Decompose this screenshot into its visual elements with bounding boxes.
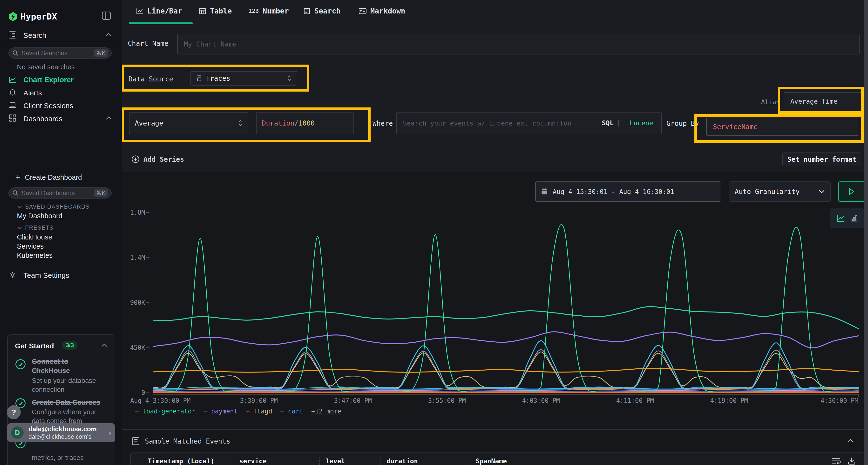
- field-expression-input[interactable]: Duration/1000: [256, 112, 354, 134]
- where-input[interactable]: [396, 112, 662, 134]
- column-header-timestamp[interactable]: Timestamp (Local): [148, 457, 234, 465]
- get-started-item-subtitle-line: metrics, or traces: [32, 453, 84, 462]
- tab-number[interactable]: 123 Number: [248, 7, 289, 15]
- help-button[interactable]: ?: [7, 405, 21, 419]
- divider: [122, 102, 760, 102]
- column-separator[interactable]: [234, 457, 235, 465]
- chart-name-input[interactable]: [177, 34, 860, 55]
- column-header-service[interactable]: service: [239, 457, 319, 465]
- traces-source-icon: [196, 75, 202, 81]
- saved-searches-placeholder: Saved Searches: [22, 49, 94, 57]
- kbd-shortcut: ⌘K: [94, 189, 108, 197]
- saved-searches-input[interactable]: Saved Searches ⌘K: [8, 47, 112, 59]
- saved-dashboards-placeholder: Saved Dashboards: [22, 189, 94, 197]
- user-org: dale@clickhouse.com's: [28, 433, 97, 440]
- chevron-up-icon[interactable]: [105, 33, 112, 37]
- select-chevrons-icon: [287, 75, 291, 82]
- chevron-up-icon[interactable]: [101, 343, 107, 347]
- lucene-mode-toggle[interactable]: Lucene: [629, 119, 653, 127]
- tab-table[interactable]: Table: [199, 7, 232, 15]
- series-cart: [153, 341, 858, 389]
- chevron-down-icon: [17, 205, 22, 209]
- aggregation-value: Average: [135, 119, 163, 127]
- date-range-picker[interactable]: Aug 4 15:30:01 - Aug 4 16:30:01: [535, 181, 721, 202]
- series-payment: [153, 332, 858, 348]
- sidebar-item-clickhouse[interactable]: ClickHouse: [17, 233, 52, 241]
- x-tick-label: Aug 4 3:30:00 PM: [130, 397, 190, 404]
- sample-events-header[interactable]: Sample Matched Events: [131, 437, 230, 446]
- sidebar-item-client-sessions[interactable]: Client Sessions: [23, 102, 73, 110]
- column-separator[interactable]: [380, 457, 381, 465]
- y-tick-label: 1.8M: [130, 209, 145, 216]
- chevron-right-icon: ›: [109, 428, 112, 437]
- tab-markdown[interactable]: Markdown: [359, 7, 405, 15]
- column-separator[interactable]: [467, 457, 467, 465]
- get-started-item-title[interactable]: Create Data Sources: [32, 398, 109, 407]
- doc-list-icon: [131, 437, 140, 446]
- get-started-item-title[interactable]: Connect to ClickHouse: [32, 357, 102, 375]
- set-number-format-button[interactable]: Set number format: [782, 153, 861, 166]
- data-source-select[interactable]: Traces: [190, 71, 297, 86]
- column-header-duration[interactable]: duration: [386, 457, 467, 465]
- y-tick-label: 900K: [130, 299, 145, 306]
- tab-search[interactable]: Search: [303, 7, 340, 15]
- sidebar-item-alerts[interactable]: Alerts: [23, 89, 42, 97]
- sidebar-item-kubernetes[interactable]: Kubernetes: [17, 252, 53, 260]
- number-123-icon: 123: [248, 8, 259, 14]
- add-series-button[interactable]: Add Series: [131, 155, 184, 163]
- sql-mode-toggle[interactable]: SQL: [602, 119, 614, 127]
- tab-line-bar[interactable]: Line/Bar: [136, 7, 182, 15]
- tabs-underline: [122, 24, 864, 24]
- chevron-up-icon[interactable]: [105, 116, 112, 120]
- legend-item-load-generator[interactable]: — load-generator: [135, 408, 195, 415]
- legend-item-flagd[interactable]: — flagd: [246, 408, 272, 415]
- page-scrollbar[interactable]: [864, 0, 868, 465]
- column-header-level[interactable]: level: [326, 457, 380, 465]
- aggregation-select[interactable]: Average: [129, 112, 248, 134]
- legend-more-link[interactable]: +12 more: [311, 408, 341, 415]
- table-grid-icon: [199, 8, 206, 14]
- series-orange: [153, 368, 858, 372]
- data-source-label: Data Source: [128, 75, 173, 83]
- divider: [122, 429, 864, 430]
- sidebar-collapse-icon[interactable]: [102, 11, 111, 20]
- group-by-input[interactable]: [706, 118, 858, 136]
- group-presets[interactable]: PRESETS: [17, 225, 54, 231]
- chevron-up-icon[interactable]: [847, 438, 854, 443]
- wrap-lines-icon[interactable]: [831, 457, 841, 465]
- sidebar-item-team-settings[interactable]: Team Settings: [23, 271, 69, 279]
- user-menu[interactable]: D dale@clickhouse.com dale@clickhouse.co…: [7, 423, 115, 442]
- legend-item-payment[interactable]: — payment: [204, 408, 238, 415]
- get-started-badge: 3/3: [62, 341, 78, 350]
- run-query-button[interactable]: [838, 181, 865, 202]
- divider: [128, 61, 861, 61]
- divider: [0, 42, 122, 42]
- sidebar-item-search[interactable]: Search: [23, 31, 46, 39]
- chart-name-label: Chart Name: [128, 39, 168, 47]
- create-dashboard-button[interactable]: Create Dashboard: [25, 173, 82, 181]
- sidebar-item-dashboards[interactable]: Dashboards: [23, 115, 62, 123]
- y-tick-label: 0: [141, 389, 145, 396]
- alias-input[interactable]: [784, 92, 861, 110]
- data-source-value: Traces: [206, 74, 230, 82]
- calendar-icon: [541, 188, 548, 195]
- granularity-select[interactable]: Auto Granularity: [729, 181, 831, 202]
- laptop-icon: [9, 102, 17, 109]
- column-separator[interactable]: [319, 457, 320, 465]
- group-saved-dashboards[interactable]: SAVED DASHBOARDS: [17, 204, 90, 210]
- line-chart-icon: [136, 8, 144, 14]
- chevron-down-icon: [818, 190, 825, 194]
- timeseries-chart[interactable]: 0450K900K1.4M1.8MAug 4 3:30:00 PM3:39:00…: [130, 207, 864, 407]
- sidebar-item-services[interactable]: Services: [17, 242, 44, 250]
- code-number-token: 1000: [299, 119, 315, 127]
- download-icon[interactable]: [847, 457, 856, 465]
- hyperdx-logo-icon: [9, 12, 18, 21]
- alias-label: Alias: [761, 98, 780, 106]
- plus-circle-icon: [131, 155, 140, 163]
- saved-dashboards-input[interactable]: Saved Dashboards ⌘K: [8, 188, 112, 199]
- sidebar-item-chart-explorer[interactable]: Chart Explorer: [23, 76, 73, 84]
- get-started-item-subtitle: Set up your database connection: [32, 376, 106, 394]
- legend-item-cart[interactable]: — cart: [280, 408, 303, 415]
- sidebar-item-my-dashboard[interactable]: My Dashboard: [17, 212, 62, 220]
- column-header-spanname[interactable]: SpanName: [475, 457, 831, 465]
